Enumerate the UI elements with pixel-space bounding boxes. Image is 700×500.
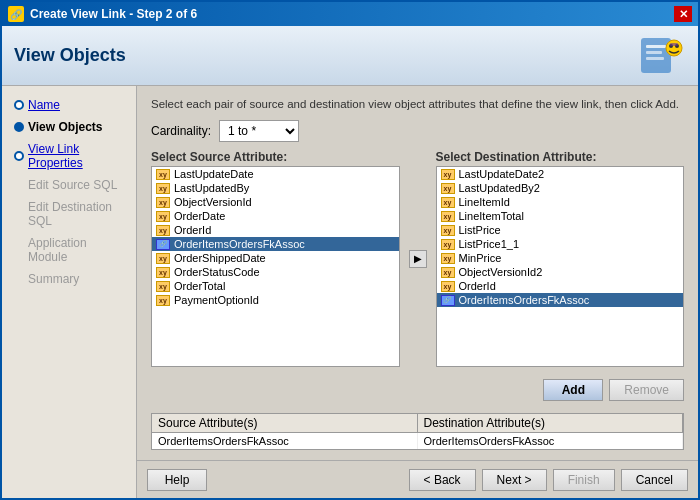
back-button[interactable]: < Back (409, 469, 476, 491)
source-column-header: Source Attribute(s) (152, 414, 418, 432)
instruction-text: Select each pair of source and destinati… (151, 96, 684, 112)
arrow-right-button[interactable]: ▶ (409, 250, 427, 268)
add-button[interactable]: Add (543, 379, 603, 401)
result-destination-cell: OrderItemsOrdersFkAssoc (418, 433, 684, 449)
result-table: Source Attribute(s) Destination Attribut… (151, 413, 684, 450)
list-item[interactable]: xy ListPrice (437, 223, 684, 237)
sidebar-item-application-module: Application Module (10, 234, 128, 266)
list-item[interactable]: xy LineItemTotal (437, 209, 684, 223)
header-bar: View Objects (2, 26, 698, 86)
list-item[interactable]: xy MinPrice (437, 251, 684, 265)
list-item[interactable]: xy PaymentOptionId (152, 293, 399, 307)
attributes-lists: Select Source Attribute: xy LastUpdateDa… (151, 150, 684, 367)
svg-rect-7 (670, 43, 678, 46)
window-title: Create View Link - Step 2 of 6 (30, 7, 197, 21)
window-icon: 🔗 (8, 6, 24, 22)
title-bar: 🔗 Create View Link - Step 2 of 6 ✕ (2, 2, 698, 26)
next-button[interactable]: Next > (482, 469, 547, 491)
list-item[interactable]: xy LastUpdatedBy (152, 181, 399, 195)
sidebar-item-edit-source-sql: Edit Source SQL (10, 176, 128, 194)
svg-rect-0 (641, 38, 671, 73)
list-item[interactable]: xy LineItemId (437, 195, 684, 209)
remove-button[interactable]: Remove (609, 379, 684, 401)
cardinality-label: Cardinality: (151, 124, 211, 138)
list-item[interactable]: xy LastUpdatedBy2 (437, 181, 684, 195)
destination-column-header: Destination Attribute(s) (418, 414, 684, 432)
list-item[interactable]: xy ObjectVersionId (152, 195, 399, 209)
list-item[interactable]: xy OrderStatusCode (152, 265, 399, 279)
sidebar-dot-view-objects (14, 122, 24, 132)
close-button[interactable]: ✕ (674, 6, 692, 22)
sidebar-dot-vlp (14, 151, 24, 161)
sidebar-item-view-link-properties[interactable]: View Link Properties (10, 140, 128, 172)
main-window: 🔗 Create View Link - Step 2 of 6 ✕ View … (0, 0, 700, 500)
list-item[interactable]: xy LastUpdateDate (152, 167, 399, 181)
source-list[interactable]: xy LastUpdateDate xy LastUpdatedBy xy Ob… (151, 166, 400, 367)
svg-rect-1 (646, 45, 666, 48)
sidebar-item-view-objects[interactable]: View Objects (10, 118, 128, 136)
dest-list-item-selected[interactable]: 🔗 OrderItemsOrdersFkAssoc (437, 293, 684, 307)
cardinality-select[interactable]: 1 to 1 1 to * * to 1 * to * (219, 120, 299, 142)
footer: Help < Back Next > Finish Cancel (137, 460, 698, 498)
sidebar-item-name[interactable]: Name (10, 96, 128, 114)
cancel-button[interactable]: Cancel (621, 469, 688, 491)
body-content: Name View Objects View Link Properties E… (2, 86, 698, 498)
destination-list[interactable]: xy LastUpdateDate2 xy LastUpdatedBy2 xy … (436, 166, 685, 367)
wizard-icon (636, 33, 686, 78)
source-panel: Select Source Attribute: xy LastUpdateDa… (151, 150, 400, 367)
table-row[interactable]: OrderItemsOrdersFkAssoc OrderItemsOrders… (152, 433, 683, 449)
finish-button[interactable]: Finish (553, 469, 615, 491)
list-item[interactable]: xy OrderDate (152, 209, 399, 223)
destination-panel: Select Destination Attribute: xy LastUpd… (436, 150, 685, 367)
list-item[interactable]: xy ObjectVersionId2 (437, 265, 684, 279)
destination-label: Select Destination Attribute: (436, 150, 685, 164)
page-title: View Objects (14, 45, 126, 66)
main-panel: Select each pair of source and destinati… (137, 86, 698, 498)
list-item[interactable]: xy OrderShippedDate (152, 251, 399, 265)
add-remove-row: Add Remove (151, 375, 684, 405)
list-item[interactable]: xy OrderTotal (152, 279, 399, 293)
arrow-column: ▶ (408, 150, 428, 367)
cardinality-row: Cardinality: 1 to 1 1 to * * to 1 * to * (151, 120, 684, 142)
source-label: Select Source Attribute: (151, 150, 400, 164)
sidebar: Name View Objects View Link Properties E… (2, 86, 137, 498)
sidebar-dot-name (14, 100, 24, 110)
result-table-header: Source Attribute(s) Destination Attribut… (152, 414, 683, 433)
footer-nav-buttons: < Back Next > Finish Cancel (409, 469, 688, 491)
svg-rect-3 (646, 57, 664, 60)
source-list-item-selected[interactable]: 🔗 OrderItemsOrdersFkAssoc (152, 237, 399, 251)
sidebar-item-summary: Summary (10, 270, 128, 288)
list-item[interactable]: xy OrderId (437, 279, 684, 293)
sidebar-item-edit-dest-sql: Edit Destination SQL (10, 198, 128, 230)
result-source-cell: OrderItemsOrdersFkAssoc (152, 433, 418, 449)
list-item[interactable]: xy LastUpdateDate2 (437, 167, 684, 181)
list-item[interactable]: xy ListPrice1_1 (437, 237, 684, 251)
list-item[interactable]: xy OrderId (152, 223, 399, 237)
svg-rect-2 (646, 51, 662, 54)
help-button[interactable]: Help (147, 469, 207, 491)
